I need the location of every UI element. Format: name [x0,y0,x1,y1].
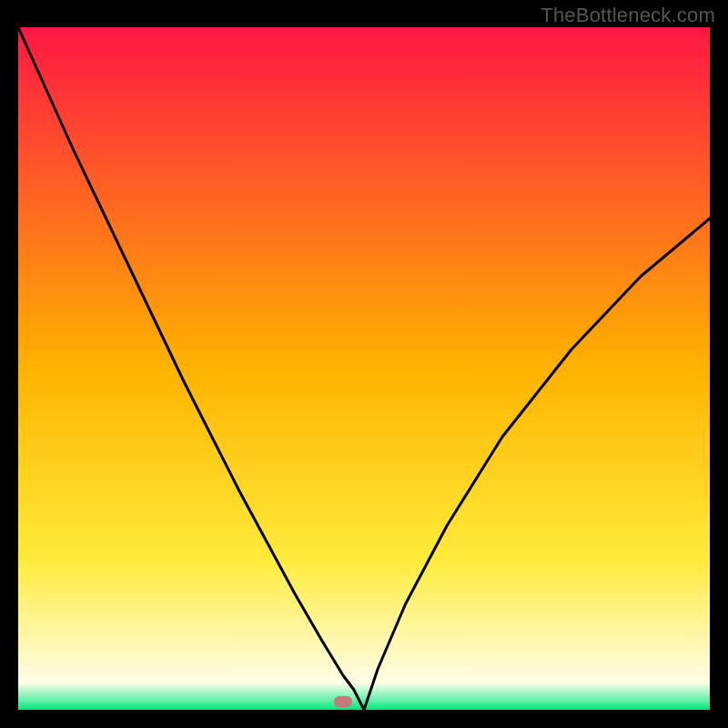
optimal-point-marker [334,696,352,707]
bottleneck-chart [18,27,710,710]
chart-background [18,27,710,710]
attribution-text: TheBottleneck.com [541,4,715,27]
